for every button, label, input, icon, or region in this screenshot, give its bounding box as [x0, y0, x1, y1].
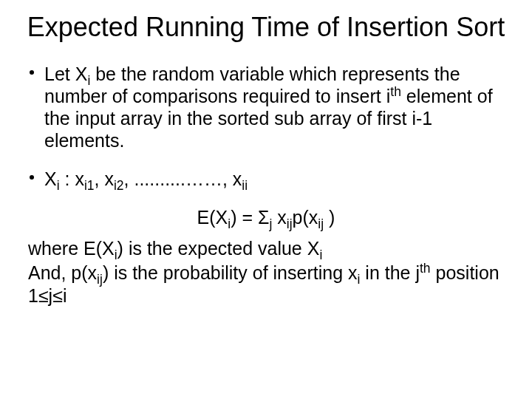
slide-title: Expected Running Time of Insertion Sort: [24, 12, 508, 42]
where-line: where E(Xi) is the expected value Xi: [24, 237, 508, 260]
bullet-2: Xi : xi1, xi2, ..........……, xii: [24, 168, 508, 190]
bullet-1-text: Let Xi be the random variable which repr…: [44, 63, 508, 151]
equation: E(Xi) = Σj xijp(xij ): [24, 206, 508, 229]
bullet-dot-icon: [30, 175, 34, 180]
bullet-2-text: Xi : xi1, xi2, ..........……, xii: [44, 168, 508, 190]
slide: Expected Running Time of Insertion Sort …: [0, 0, 532, 307]
bullet-dot-icon: [30, 70, 34, 75]
and-line: And, p(xij) is the probability of insert…: [24, 262, 508, 308]
bullet-1: Let Xi be the random variable which repr…: [24, 63, 508, 151]
